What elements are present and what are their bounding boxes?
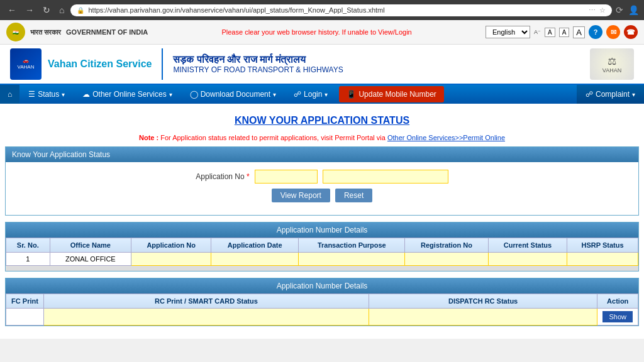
phone-icon[interactable]: ☎ (624, 25, 638, 39)
nav-login[interactable]: ☍ Login ▾ (285, 85, 336, 104)
status-arrow-icon: ▾ (62, 91, 65, 98)
download-icon: ◯ (190, 90, 198, 99)
table1-header-row: Sr. No. Office Name Application No Appli… (6, 238, 638, 253)
back-button[interactable]: ← (5, 4, 19, 16)
form-body: Application No * View Report Reset (6, 162, 638, 215)
brand-name: Vahan Citizen Service (48, 58, 152, 70)
col-rc-smartcard-status: RC Print / SMART CARD Status (44, 294, 369, 309)
hindi-title: सड़क परिवहन और राज मार्ग मंत्रालय (173, 54, 343, 65)
application-no-part1[interactable] (255, 170, 318, 184)
permit-portal-link[interactable]: Other Online Services>>Permit Online (387, 134, 505, 141)
application-no-label: Application No * (196, 172, 249, 181)
more-options-icon: ⋯ (589, 6, 596, 14)
refresh-button[interactable]: ↻ (40, 4, 53, 16)
bookmark-icon[interactable]: ☆ (599, 6, 606, 14)
reset-button[interactable]: Reset (335, 189, 372, 202)
complaint-icon: ☍ (586, 90, 593, 99)
cloud-icon: ☁ (82, 90, 90, 99)
cell-app-no (131, 253, 211, 266)
cell-dispatch-status (369, 309, 597, 326)
table2-thead: FC Print RC Print / SMART CARD Status DI… (6, 294, 638, 309)
application-status-form: Know Your Application Status Application… (5, 146, 639, 216)
services-arrow-icon: ▾ (169, 91, 172, 98)
language-select[interactable]: English (486, 26, 530, 38)
cell-fc-print (6, 309, 44, 326)
cell-sr-no: 1 (6, 253, 50, 266)
form-buttons-row: View Report Reset (13, 189, 631, 202)
cell-office-name: ZONAL OFFICE (50, 253, 131, 266)
show-button[interactable]: Show (602, 311, 633, 322)
brand-sub: Service (116, 58, 152, 69)
col-fc-print: FC Print (6, 294, 44, 309)
application-details-table: Sr. No. Office Name Application No Appli… (6, 238, 638, 266)
page-content: KNOW YOUR APPLICATION STATUS Note : For … (0, 104, 644, 339)
application-no-row: Application No * (13, 170, 631, 184)
font-size-large[interactable]: A (573, 26, 585, 38)
font-size-small[interactable]: A (545, 28, 555, 37)
application-no-part2[interactable] (323, 170, 448, 184)
view-report-button[interactable]: View Report (272, 189, 330, 202)
note-label: Note : (139, 134, 158, 141)
dispatch-details-table: FC Print RC Print / SMART CARD Status DI… (6, 293, 638, 326)
gov-identity: 🇮🇳 भारत सरकार GOVERNMENT OF INDIA (6, 23, 148, 41)
font-size-normal[interactable]: A (559, 28, 570, 37)
table1-tbody: 1 ZONAL OFFICE (6, 253, 638, 266)
col-hsrp-status: HSRP Status (567, 238, 638, 253)
site-title: सड़क परिवहन और राज मार्ग मंत्रालय MINIST… (163, 54, 343, 74)
nav-download[interactable]: ◯ Download Document ▾ (181, 85, 285, 104)
col-action: Action (597, 294, 638, 309)
download-arrow-icon: ▾ (273, 91, 276, 98)
extensions-icon: ⟳ (616, 5, 623, 15)
forward-button[interactable]: → (23, 4, 36, 16)
cell-rc-status (44, 309, 369, 326)
note-text: For Application status related to permit… (160, 134, 387, 141)
nav-update-mobile[interactable]: 📱 Update Mobile Number (339, 86, 443, 102)
gov-alert: Please clear your web browser history. I… (148, 28, 486, 36)
col-application-date: Application Date (211, 238, 299, 253)
table-row: Show (6, 309, 638, 326)
gov-hindi-label: भारत सरकार (30, 28, 61, 36)
table2-header: Application Number Details (6, 278, 638, 293)
font-label: A⁻ (534, 29, 541, 35)
address-bar[interactable]: 🔒 https://vahan.parivahan.gov.in/vahanse… (70, 4, 612, 16)
status-icon: ☰ (28, 90, 35, 99)
nav-complaint[interactable]: ☍ Complaint ▾ (577, 85, 644, 104)
contact-icon[interactable]: ✉ (606, 25, 620, 39)
help-icon[interactable]: ? (589, 25, 602, 39)
table2-header-row: FC Print RC Print / SMART CARD Status DI… (6, 294, 638, 309)
gov-controls[interactable]: English A⁻ A A A ? ✉ ☎ (486, 25, 638, 39)
mobile-icon: 📱 (347, 90, 356, 99)
table1-scroll-container[interactable]: Sr. No. Office Name Application No Appli… (6, 238, 638, 266)
horizontal-scrollbar[interactable] (6, 266, 638, 271)
col-transaction-purpose: Transaction Purpose (299, 238, 405, 253)
nav-status[interactable]: ☰ Status ▾ (19, 85, 74, 104)
col-current-status: Current Status (488, 238, 567, 253)
nav-other-services[interactable]: ☁ Other Online Services ▾ (74, 85, 180, 104)
home-button[interactable]: ⌂ (57, 4, 67, 16)
page-title: KNOW YOUR APPLICATION STATUS (0, 110, 644, 131)
header-right: ⚖ VAHAN (590, 48, 634, 80)
profile-icon[interactable]: 👤 (628, 5, 639, 15)
english-title: MINISTRY OF ROAD TRANSPORT & HIGHWAYS (173, 65, 343, 74)
government-emblem: ⚖ VAHAN (590, 48, 634, 80)
browser-chrome: ← → ↻ ⌂ 🔒 https://vahan.parivahan.gov.in… (0, 0, 644, 20)
cell-app-date (211, 253, 299, 266)
required-indicator: * (247, 172, 250, 181)
col-sr-no: Sr. No. (6, 238, 50, 253)
site-logo: 🚗VAHAN Vahan Citizen Service (10, 48, 163, 80)
nav-home[interactable]: ⌂ (0, 85, 19, 104)
dispatch-details-section: Application Number Details FC Print RC P… (5, 278, 639, 326)
cell-current-status (488, 253, 567, 266)
page-note: Note : For Application status related to… (0, 131, 644, 146)
col-dispatch-rc-status: DISPATCH RC Status (369, 294, 597, 309)
logo-text: Vahan Citizen Service (48, 58, 152, 70)
login-icon: ☍ (294, 90, 301, 99)
cell-trans-purpose (299, 253, 405, 266)
url-text: https://vahan.parivahan.gov.in/vahanserv… (88, 6, 585, 14)
gov-title: GOVERNMENT OF INDIA (66, 28, 148, 36)
cell-reg-no (405, 253, 489, 266)
table-row: 1 ZONAL OFFICE (6, 253, 638, 266)
cell-hsrp-status (567, 253, 638, 266)
gov-logo: 🇮🇳 (6, 23, 25, 41)
cell-action[interactable]: Show (597, 309, 638, 326)
